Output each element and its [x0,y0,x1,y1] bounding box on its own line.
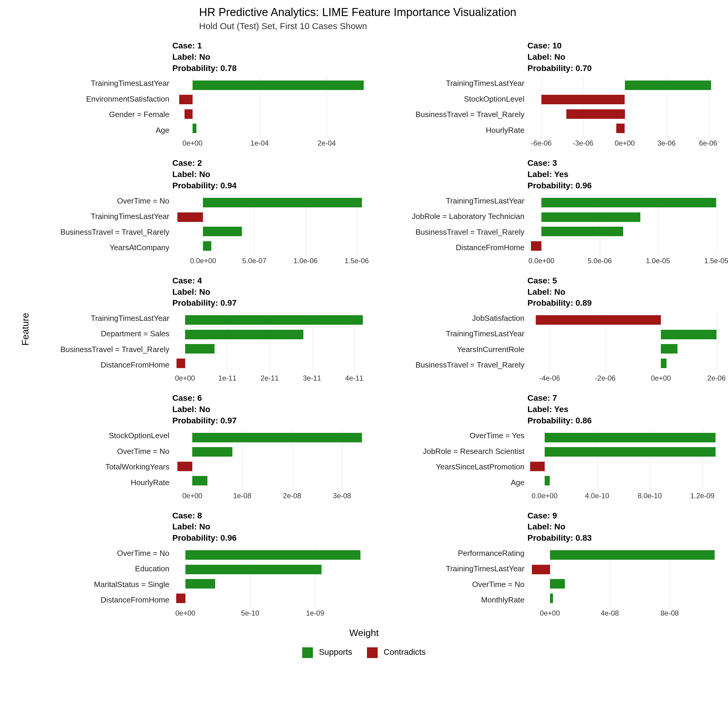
bar-supports [545,447,716,456]
feature-label: StockOptionLevel [464,94,524,104]
x-tick: 0e+00 [615,139,635,147]
bar-row [172,446,367,457]
bars [527,428,722,491]
feature-labels: OverTime = NoEducationMaritalStatus = Si… [24,546,172,608]
prob-label: Probability: 0.83 [527,533,722,544]
x-tick: 4e-11 [345,374,363,382]
panel-grid: Case: 1Label: NoProbability: 0.78Trainin… [24,40,722,619]
bar-contradicts [616,124,625,133]
bar-supports [185,550,361,560]
bars [527,76,722,138]
x-axis: 0e+004e-088e-08 [527,608,722,619]
feature-label: BusinessTravel = Travel_Rarely [60,345,169,354]
bars [172,193,367,255]
legend-label-supports: Supports [319,647,352,656]
bar-row [527,315,722,325]
x-tick: 1.2e-09 [690,492,715,500]
bar-supports [550,550,715,560]
bar-contradicts [178,212,203,222]
x-tick: 2e-08 [283,492,301,500]
bar-supports [545,476,550,485]
x-tick: 0e+00 [182,492,202,500]
x-tick: 1.5e-06 [345,257,369,265]
bar-row [527,358,722,369]
panel-case-1: Case: 1Label: NoProbability: 0.78Trainin… [24,40,367,149]
bar-row [527,579,722,589]
plot-area [527,193,722,255]
bar-row [172,109,367,119]
bar-contradicts [542,95,625,104]
plot-area [172,76,367,138]
case-label: Case: 6 [172,392,367,404]
feature-label: Age [156,126,169,135]
case-label: Case: 8 [172,510,367,521]
panel-header: Case: 5Label: NoProbability: 0.89 [527,275,722,309]
bar-contradicts [531,241,542,251]
x-tick: 1e-04 [251,139,269,147]
x-axis: -4e-06-2e-060e+002e-06 [527,373,722,383]
panel-case-7: Case: 7Label: YesProbability: 0.86OverTi… [379,392,722,501]
bar-row [172,94,367,105]
x-tick: 1e-09 [306,609,324,618]
x-axis: -6e-06-3e-060e+003e-066e-06 [527,138,722,149]
x-tick: 4.0e-10 [585,492,609,500]
bar-supports [185,315,363,325]
swatch-contradicts [367,647,377,658]
bar-row [527,212,722,222]
bar-row [172,315,367,325]
bar-row [527,123,722,134]
panel-case-8: Case: 8Label: NoProbability: 0.96OverTim… [24,510,367,619]
panel-case-4: Case: 4Label: NoProbability: 0.97Trainin… [24,275,367,383]
bar-row [172,226,367,237]
feature-labels: TrainingTimesLastYearStockOptionLevelBus… [379,76,527,138]
feature-label: TrainingTimesLastYear [446,79,524,88]
panel-header: Case: 7Label: YesProbability: 0.86 [527,392,722,426]
bar-supports [542,198,716,207]
x-tick: 1e-11 [218,374,236,382]
case-label: Case: 3 [527,157,722,169]
feature-label: TrainingTimesLastYear [91,212,169,221]
bar-supports [192,447,232,456]
x-tick: 0e+00 [175,609,195,618]
feature-label: YearsAtCompany [110,243,169,252]
bar-contradicts [178,462,192,471]
case-label: Case: 5 [527,275,722,286]
bar-row [172,123,367,134]
x-axis-label: Weight [6,628,722,638]
feature-label: PerformanceRating [458,549,524,558]
bar-supports [203,241,211,251]
feature-label: BusinessTravel = Travel_Rarely [415,360,524,370]
x-tick: 0.0e+00 [190,257,216,265]
feature-label: TrainingTimesLastYear [446,196,524,206]
x-tick: -4e-06 [539,374,560,382]
feature-label: JobRole = Laboratory Technician [412,212,524,221]
plot-area [172,310,367,373]
feature-label: YearsSinceLastPromotion [436,462,524,471]
bar-row [527,109,722,119]
prob-label: Probability: 0.97 [172,415,367,426]
bar-row [527,461,722,472]
feature-label: DistanceFromHome [456,243,524,252]
bar-supports [203,198,362,207]
x-tick: 5e-10 [241,609,259,618]
x-axis: 0.0e+005.0e-061.0e-051.5e-05 [527,255,722,266]
panel-header: Case: 4Label: NoProbability: 0.97 [172,275,367,309]
bar-row [527,593,722,604]
label-label: Label: No [527,51,722,63]
panel-header: Case: 8Label: NoProbability: 0.96 [172,510,367,544]
bar-row [527,446,722,457]
panel-case-9: Case: 9Label: NoProbability: 0.83Perform… [379,510,722,619]
legend-item-contradicts: Contradicts [367,647,425,658]
bar-contradicts [176,594,185,603]
x-tick: -3e-06 [573,139,593,147]
bar-supports [542,227,623,236]
panel-header: Case: 3Label: YesProbability: 0.96 [527,157,722,191]
feature-label: EnvironmentSatisfaction [86,94,169,104]
bar-row [172,579,367,589]
bar-row [527,564,722,575]
bar-contradicts [532,565,550,574]
title-block: HR Predictive Analytics: LIME Feature Im… [199,6,722,31]
bars [172,76,367,138]
label-label: Label: No [172,286,367,298]
bar-supports [185,579,215,589]
